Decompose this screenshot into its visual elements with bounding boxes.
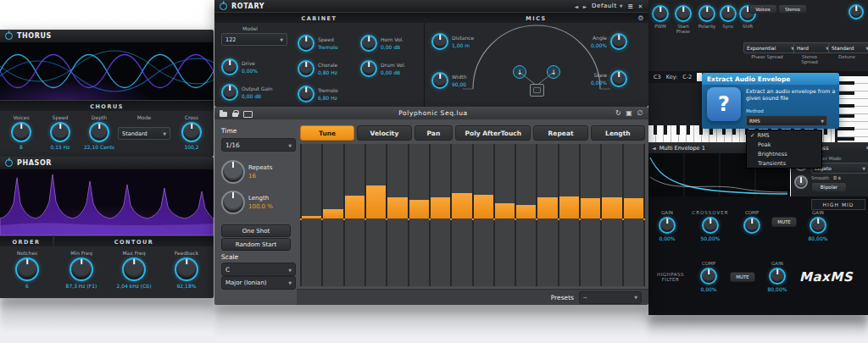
help-glyph: ? [718,92,730,116]
seq-step[interactable] [345,144,364,286]
notches-knob[interactable] [15,257,39,281]
tab-velocity[interactable]: Velocity [357,125,411,141]
osc-extra-knob[interactable] [849,4,864,19]
gain3-knob[interactable] [769,268,786,285]
preset-dropdown[interactable]: Default [592,3,623,9]
drum-vol-knob[interactable] [360,60,377,77]
tab-pan[interactable]: Pan [415,125,453,141]
pwm-knob[interactable] [652,5,669,22]
model-dropdown[interactable]: 122 [221,33,287,46]
menu-item-brightness[interactable]: Brightness [747,149,821,158]
voices-button[interactable]: Voices [748,4,777,14]
gear-icon[interactable] [637,14,645,22]
reload-icon[interactable] [615,109,621,117]
menu-icon[interactable] [627,3,633,10]
voices-knob[interactable] [11,122,31,142]
menu-item-peak[interactable]: Peak [747,140,821,149]
tremolo-knob[interactable] [298,86,314,102]
distance-knob[interactable] [431,33,448,50]
start-phase-knob[interactable] [675,5,692,22]
phase-spread-dropdown[interactable]: Exponential [743,42,798,53]
power-icon[interactable] [220,3,227,10]
crossover-knob[interactable] [702,217,719,234]
lock-icon[interactable] [231,110,239,117]
seq-step[interactable] [516,144,536,286]
seq-step[interactable] [409,144,429,286]
method-dropdown[interactable]: RMS [746,115,827,126]
seq-step[interactable] [495,144,515,286]
power-icon[interactable] [5,159,13,167]
smooth-knob[interactable] [794,175,808,189]
tab-poly-aftertouch[interactable]: Poly AfterTouch [455,125,531,141]
output-gain-knob[interactable] [221,84,238,101]
mute2-button[interactable]: MUTE [730,272,755,282]
seq-step[interactable] [559,144,579,286]
seq-step[interactable] [431,144,450,286]
seq-step[interactable] [624,144,643,286]
rotary-speed-knob[interactable] [298,35,314,52]
comp1-knob[interactable] [743,217,760,234]
gain1-knob[interactable] [659,217,676,234]
seq-step[interactable] [602,144,621,286]
width-knob[interactable] [431,72,448,89]
drive-knob[interactable] [221,58,238,75]
length-knob[interactable] [221,191,245,214]
seq-step[interactable] [474,144,493,286]
presets-dropdown[interactable]: -- [579,291,642,304]
power-icon[interactable] [5,32,13,40]
close-icon[interactable] [638,3,643,10]
tab-tune[interactable]: Tune [300,125,354,141]
stereo-spread-dropdown[interactable]: Hard [793,42,832,53]
next-preset-icon[interactable] [583,3,587,10]
key-low-value[interactable]: C-2 [682,74,692,80]
minfreq-knob[interactable] [70,257,93,281]
crossover-value: 50,00% [701,235,721,241]
time-dropdown[interactable]: 1/16 [221,138,296,152]
seq-step[interactable] [452,144,471,286]
comp2-knob[interactable] [700,268,717,285]
mic-left-icon[interactable] [513,65,526,79]
scale-root-dropdown[interactable]: C [221,263,296,276]
random-start-button[interactable]: Random Start [221,238,291,251]
help-icon[interactable]: ? [707,87,741,121]
root-key-value[interactable]: C3 [654,74,661,80]
close-icon[interactable] [637,109,643,117]
seq-step[interactable] [387,144,407,286]
prev-preset-icon[interactable] [575,3,579,10]
mic-right-icon[interactable] [547,65,560,79]
depth-knob[interactable] [89,122,109,142]
tab-length[interactable]: Length [591,125,645,141]
seq-step[interactable] [537,144,557,286]
seq-step[interactable] [302,144,321,286]
gain2-knob[interactable] [810,217,826,234]
one-shot-button[interactable]: One Shot [221,224,291,237]
angle-knob[interactable] [610,33,627,50]
maxfreq-knob[interactable] [122,257,146,281]
gain2-value: 80,00% [809,235,828,241]
seq-step[interactable] [581,144,600,286]
mode-dropdown[interactable]: Standard [118,127,170,140]
seq-step[interactable] [366,144,386,286]
bipolar-button[interactable]: Bipolar [811,182,847,192]
cross-knob[interactable] [181,122,202,142]
repeats-knob[interactable] [221,160,245,184]
monitor-icon[interactable] [243,110,251,117]
seq-step[interactable] [323,144,342,286]
detach-icon[interactable] [626,109,632,117]
mute1-button[interactable]: MUTE [771,217,797,227]
menu-item-rms[interactable]: RMS [747,130,821,140]
sync-knob[interactable] [720,5,737,22]
menu-item-transients[interactable]: Transients [747,158,821,168]
tab-repeat[interactable]: Repeat [533,125,587,141]
prev-envelope-icon[interactable] [652,145,656,152]
speed-knob[interactable] [50,122,70,142]
folder-icon[interactable] [220,110,227,117]
horn-vol-knob[interactable] [360,35,377,52]
polarity-knob[interactable] [698,5,715,22]
feedback-knob[interactable] [175,257,198,281]
scale-mode-dropdown[interactable]: Major (Ionian) [221,276,296,290]
skew-knob[interactable] [610,70,627,87]
chorale-knob[interactable] [298,60,314,77]
stereo-button[interactable]: Stereo [778,4,807,14]
detune-dropdown[interactable]: Standard [828,42,868,53]
